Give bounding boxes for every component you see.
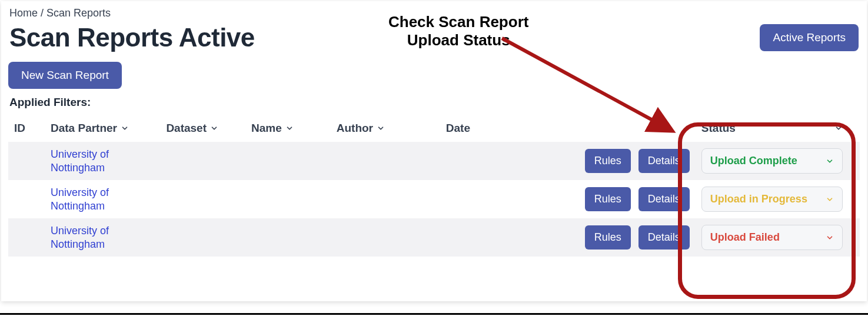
active-reports-button[interactable]: Active Reports bbox=[760, 24, 859, 51]
annotation-line2: Upload Status bbox=[388, 31, 528, 49]
table-row: University of Nottingham Rules Details U… bbox=[8, 180, 860, 218]
table-row: University of Nottingham Rules Details U… bbox=[8, 218, 860, 257]
page-title: Scan Reports Active bbox=[9, 23, 255, 52]
data-partner-link[interactable]: University of Nottingham bbox=[51, 186, 154, 212]
col-author[interactable]: Author bbox=[337, 122, 385, 135]
col-date[interactable]: Date bbox=[446, 122, 470, 135]
col-date-label: Date bbox=[446, 122, 470, 135]
chevron-down-icon bbox=[826, 234, 834, 242]
col-author-label: Author bbox=[337, 122, 373, 135]
bottom-rule bbox=[0, 313, 868, 315]
chevron-down-icon bbox=[826, 195, 834, 204]
applied-filters-label: Applied Filters: bbox=[8, 96, 860, 109]
chevron-down-icon bbox=[121, 124, 129, 132]
annotation-callout-text: Check Scan Report Upload Status bbox=[388, 13, 528, 49]
scan-reports-table: ID Data Partner Dataset bbox=[8, 115, 860, 257]
details-button[interactable]: Details bbox=[638, 187, 690, 211]
chevron-down-icon bbox=[834, 124, 843, 132]
rules-button[interactable]: Rules bbox=[585, 149, 631, 173]
status-label: Upload in Progress bbox=[710, 193, 807, 205]
col-name-label: Name bbox=[251, 122, 282, 135]
new-scan-report-button[interactable]: New Scan Report bbox=[8, 62, 122, 89]
col-data-partner[interactable]: Data Partner bbox=[51, 122, 129, 135]
col-status[interactable]: Status bbox=[701, 122, 843, 135]
details-button[interactable]: Details bbox=[638, 225, 690, 250]
rules-button[interactable]: Rules bbox=[585, 187, 631, 211]
data-partner-link[interactable]: University of Nottingham bbox=[51, 224, 154, 251]
col-dataset-label: Dataset bbox=[166, 122, 207, 135]
rules-button[interactable]: Rules bbox=[585, 225, 631, 250]
details-button[interactable]: Details bbox=[638, 149, 690, 173]
status-dropdown[interactable]: Upload in Progress bbox=[701, 187, 843, 212]
table-row: University of Nottingham Rules Details U… bbox=[8, 142, 860, 180]
col-id-label: ID bbox=[14, 122, 25, 135]
status-dropdown[interactable]: Upload Failed bbox=[701, 225, 843, 250]
breadcrumb-sep: / bbox=[41, 7, 44, 19]
breadcrumb-home[interactable]: Home bbox=[9, 7, 38, 19]
col-id[interactable]: ID bbox=[14, 122, 25, 135]
chevron-down-icon bbox=[285, 124, 294, 132]
col-data-partner-label: Data Partner bbox=[51, 122, 117, 135]
col-name[interactable]: Name bbox=[251, 122, 294, 135]
table-header-row: ID Data Partner Dataset bbox=[8, 115, 860, 142]
breadcrumb-current[interactable]: Scan Reports bbox=[46, 7, 111, 19]
status-label: Upload Complete bbox=[710, 155, 797, 167]
col-dataset[interactable]: Dataset bbox=[166, 122, 218, 135]
status-dropdown[interactable]: Upload Complete bbox=[701, 148, 843, 174]
annotation-line1: Check Scan Report bbox=[388, 13, 528, 31]
chevron-down-icon bbox=[210, 124, 218, 132]
chevron-down-icon bbox=[377, 124, 385, 132]
new-scan-report-row: New Scan Report bbox=[8, 62, 860, 89]
data-partner-link[interactable]: University of Nottingham bbox=[51, 148, 154, 174]
status-label: Upload Failed bbox=[710, 231, 780, 244]
chevron-down-icon bbox=[826, 157, 834, 165]
col-status-label: Status bbox=[701, 122, 736, 135]
